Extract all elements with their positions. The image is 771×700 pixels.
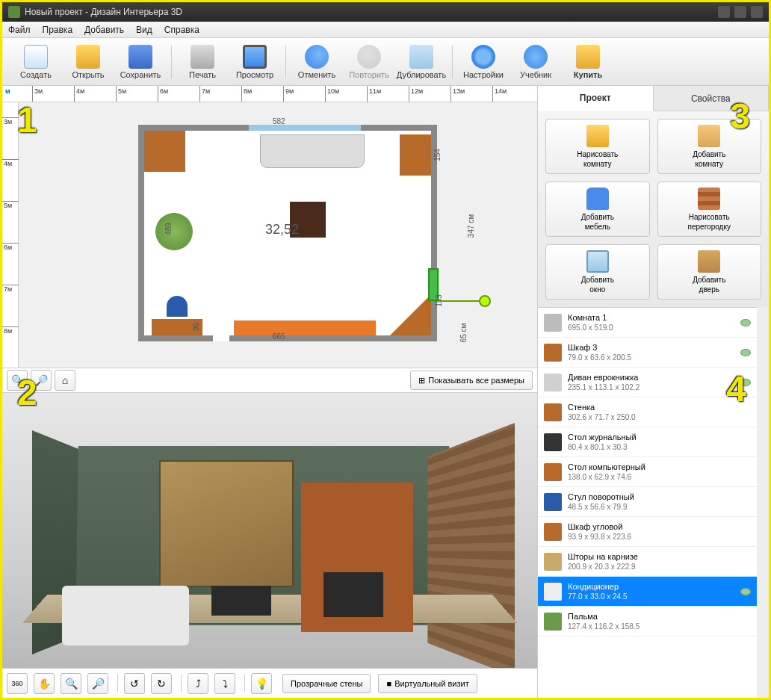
light-button[interactable]: 💡 — [251, 673, 272, 694]
dim-top: 582 — [273, 117, 285, 126]
area-label: 32,52 — [265, 222, 299, 238]
rotate-cw-button[interactable]: ↻ — [151, 673, 172, 694]
home-button[interactable]: ⌂ — [55, 370, 75, 391]
canvas-3d[interactable] — [2, 393, 537, 668]
rotate-ccw-button[interactable]: ↺ — [124, 673, 145, 694]
titlebar: Новый проект - Дизайн Интерьера 3D — [2, 2, 769, 22]
duplicate-button[interactable]: Дублировать — [395, 40, 448, 84]
object-icon — [544, 314, 562, 332]
list-item[interactable]: Стол журнальный80.4 x 80.1 x 30.3 — [538, 427, 757, 457]
object-icon — [544, 463, 562, 481]
list-item[interactable]: Пальма127.4 x 116.2 x 158.5 — [538, 607, 757, 636]
list-item[interactable]: Шторы на карнизе200.9 x 20.3 x 222.9 — [538, 547, 757, 577]
chair[interactable] — [167, 296, 188, 317]
ruler-horizontal: м 3м4м5м6м7м8м9м10м11м12м13м14м — [2, 86, 537, 102]
rotate-360-button[interactable]: 360 — [7, 673, 28, 694]
plant[interactable] — [155, 213, 193, 250]
preview-button[interactable]: Просмотр — [229, 40, 281, 84]
ruler-tick: 3м — [2, 117, 19, 126]
visibility-icon[interactable] — [740, 349, 751, 356]
menubar: Файл Правка Добавить Вид Справка — [2, 22, 769, 38]
open-button[interactable]: Открыть — [62, 40, 114, 84]
list-item[interactable]: Стенка302.6 x 71.7 x 250.0 — [538, 397, 757, 427]
window-title: Новый проект - Дизайн Интерьера 3D — [25, 7, 182, 17]
tilt-down-button[interactable]: ⤵ — [214, 673, 235, 694]
transparent-walls-button[interactable]: Прозрачные стены — [282, 674, 371, 693]
object-icon — [544, 344, 562, 362]
save-button[interactable]: Сохранить — [114, 40, 167, 84]
draw-room-button[interactable]: Нарисоватькомнату — [545, 119, 650, 174]
zoom-bar-2d: 🔍 🔎 ⌂ ⊞Показывать все размеры — [2, 368, 537, 393]
virtual-visit-button[interactable]: ■Виртуальный визит — [378, 674, 477, 693]
ruler-tick: 14м — [492, 86, 507, 102]
selection-handle[interactable] — [479, 295, 491, 307]
canvas-2d[interactable]: 32,52 582 347 см 154 489 665 95 159 65 с… — [19, 102, 537, 368]
tab-project[interactable]: Проект — [538, 86, 654, 111]
object-label: Стол журнальный80.4 x 80.1 x 30.3 — [568, 432, 751, 452]
ruler-tick: 4м — [2, 159, 19, 167]
close-icon[interactable] — [751, 6, 763, 18]
tv-unit[interactable] — [400, 134, 431, 176]
selection-line — [439, 300, 480, 302]
object-label: Диван еврокнижка235.1 x 113.1 x 102.2 — [568, 372, 740, 392]
menu-file[interactable]: Файл — [8, 25, 31, 35]
sofa-top[interactable] — [260, 134, 365, 168]
ruler-tick: 11м — [367, 86, 381, 102]
zoom-in-3d-button[interactable]: 🔎 — [87, 673, 108, 694]
scrollbar[interactable] — [757, 307, 769, 698]
zoom-out-3d-button[interactable]: 🔍 — [61, 673, 81, 694]
object-icon — [544, 613, 562, 631]
visibility-icon[interactable] — [740, 319, 751, 326]
visibility-icon[interactable] — [740, 588, 751, 595]
menu-edit[interactable]: Правка — [43, 25, 73, 35]
add-furniture-button[interactable]: Добавитьмебель — [545, 182, 650, 237]
pan-button[interactable]: ✋ — [34, 673, 55, 694]
list-item[interactable]: Диван еврокнижка235.1 x 113.1 x 102.2 — [538, 368, 757, 397]
ruler-tick: 5м — [2, 201, 19, 209]
tab-properties[interactable]: Свойства — [654, 86, 770, 111]
list-item[interactable]: Кондиционер77.0 x 33.0 x 24.5 — [538, 577, 757, 607]
ruler-tick: 13м — [450, 86, 465, 102]
ruler-tick: 12м — [409, 86, 423, 102]
maximize-icon[interactable] — [734, 6, 746, 18]
manual-button[interactable]: Учебник — [510, 40, 562, 84]
callout-3: 3 — [730, 96, 750, 137]
list-item[interactable]: Шкаф угловой93.9 x 93.8 x 223.6 — [538, 517, 757, 547]
create-button[interactable]: Создать — [10, 40, 62, 84]
undo-button[interactable]: Отменить — [291, 40, 343, 84]
minimize-icon[interactable] — [718, 6, 730, 18]
menu-help[interactable]: Справка — [164, 25, 199, 35]
menu-view[interactable]: Вид — [136, 25, 152, 35]
list-item[interactable]: Комната 1695.0 x 519.0 — [538, 308, 757, 338]
print-button[interactable]: Печать — [176, 40, 229, 84]
corner-cabinet[interactable] — [390, 294, 431, 335]
object-list[interactable]: Комната 1695.0 x 519.0Шкаф 379.0 x 63.6 … — [538, 307, 757, 698]
add-door-button[interactable]: Добавитьдверь — [657, 244, 762, 300]
menu-add[interactable]: Добавить — [84, 25, 124, 35]
ruler-tick: 6м — [2, 243, 19, 251]
object-icon — [544, 403, 562, 421]
tv-3d — [323, 572, 383, 617]
object-label: Шкаф угловой93.9 x 93.8 x 223.6 — [568, 521, 751, 542]
undo-icon — [305, 45, 329, 69]
tilt-up-button[interactable]: ⤴ — [188, 673, 208, 694]
ruler-tick: 10м — [325, 86, 339, 102]
door[interactable] — [211, 335, 231, 341]
add-window-button[interactable]: Добавитьокно — [545, 244, 650, 300]
redo-button[interactable]: Повторить — [343, 40, 395, 84]
window-top[interactable] — [249, 125, 361, 131]
list-item[interactable]: Стол компьютерный138.0 x 62.9 x 74.6 — [538, 457, 757, 487]
list-item[interactable]: Шкаф 379.0 x 63.6 x 200.5 — [538, 338, 757, 368]
show-dimensions-button[interactable]: ⊞Показывать все размеры — [410, 371, 533, 390]
ruler-tick: 8м — [241, 86, 252, 102]
duplicate-icon — [409, 45, 433, 69]
buy-button[interactable]: Купить — [562, 40, 614, 84]
dim-left-v: 489 — [164, 223, 173, 235]
wardrobe-corner[interactable] — [144, 131, 185, 172]
sofa-3d — [62, 586, 189, 645]
draw-partition-button[interactable]: Нарисоватьперегородку — [657, 182, 762, 237]
object-label: Шкаф 379.0 x 63.6 x 200.5 — [568, 342, 740, 362]
sofa-bottom[interactable] — [234, 320, 376, 335]
settings-button[interactable]: Настройки — [457, 40, 510, 84]
list-item[interactable]: Стул поворотный48.5 x 56.6 x 79.9 — [538, 487, 757, 517]
